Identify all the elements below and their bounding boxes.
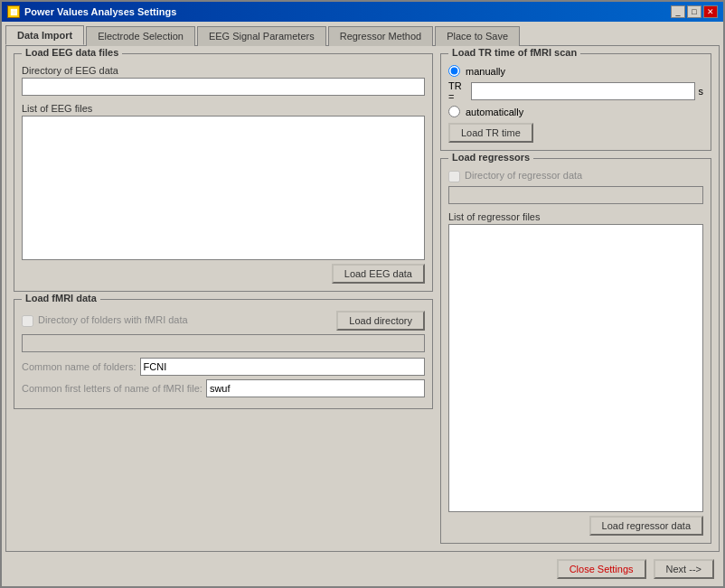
tab-eeg-signal-parameters[interactable]: EEG Signal Parameters xyxy=(197,26,326,46)
file-prefix-input[interactable] xyxy=(206,379,425,397)
regressor-group: Load regressors Directory of regressor d… xyxy=(440,158,711,544)
tr-value-input[interactable] xyxy=(471,82,694,100)
next-button[interactable]: Next --> xyxy=(654,559,714,579)
eeg-group: Load EEG data files Directory of EEG dat… xyxy=(14,53,433,292)
reg-dir-input[interactable] xyxy=(448,186,703,204)
title-bar-buttons: _ □ ✕ xyxy=(671,5,718,18)
dir-label: Directory of EEG data xyxy=(22,65,425,76)
eeg-file-list xyxy=(22,116,425,260)
list-label: List of EEG files xyxy=(22,103,425,114)
tr-value-row: TR = s xyxy=(448,80,703,102)
load-dir-button[interactable]: Load directory xyxy=(336,311,425,331)
regressor-group-content: Directory of regressor data List of regr… xyxy=(448,170,703,536)
file-prefix-label: Common first letters of name of fMRI fil… xyxy=(22,383,202,394)
tab-regressor-method[interactable]: Regressor Method xyxy=(328,26,434,46)
reg-dir-checkbox-item: Directory of regressor data xyxy=(448,170,703,182)
fmri-dir-input[interactable] xyxy=(22,334,425,352)
bottom-bar: Close Settings Next --> xyxy=(2,552,723,586)
minimize-button[interactable]: _ xyxy=(671,5,685,18)
tr-manually-item: manually xyxy=(448,65,703,77)
tr-group: Load TR time of fMRI scan manually TR = … xyxy=(440,53,711,151)
reg-dir-checkbox[interactable] xyxy=(448,171,460,182)
fmri-dir-checkbox-label: Directory of folders with fMRI data xyxy=(38,314,188,325)
file-prefix-row: Common first letters of name of fMRI fil… xyxy=(22,379,425,397)
tr-radio-group: manually xyxy=(448,65,703,77)
title-bar: ▦ Power Values Analyses Settings _ □ ✕ xyxy=(2,2,723,22)
fmri-dir-checkbox-item: Directory of folders with fMRI data xyxy=(22,314,188,327)
fmri-group-title: Load fMRI data xyxy=(22,293,100,303)
tab-electrode-selection[interactable]: Electrode Selection xyxy=(86,26,195,46)
fmri-dir-checkbox[interactable] xyxy=(22,315,33,327)
load-reg-btn-row: Load regressor data xyxy=(448,516,703,536)
tab-data-import[interactable]: Data Import xyxy=(5,25,84,45)
load-eeg-btn-row: Load EEG data xyxy=(22,264,425,284)
left-panel: Load EEG data files Directory of EEG dat… xyxy=(14,53,433,544)
tr-group-content: manually TR = s automatically Load TR ti… xyxy=(448,65,703,143)
title-bar-text: ▦ Power Values Analyses Settings xyxy=(7,5,176,18)
maximize-button[interactable]: □ xyxy=(687,5,701,18)
tr-manually-label: manually xyxy=(466,66,505,77)
regressor-group-title: Load regressors xyxy=(448,152,533,163)
right-panel: Load TR time of fMRI scan manually TR = … xyxy=(440,53,711,544)
load-regressor-button[interactable]: Load regressor data xyxy=(589,516,703,536)
reg-file-list xyxy=(448,224,703,512)
tr-auto-label: automatically xyxy=(466,107,523,117)
eeg-group-content: Directory of EEG data List of EEG files … xyxy=(22,65,425,284)
close-settings-button[interactable]: Close Settings xyxy=(557,559,646,579)
tab-place-to-save[interactable]: Place to Save xyxy=(435,26,520,46)
main-content: Load EEG data files Directory of EEG dat… xyxy=(5,45,720,552)
tab-bar: Data Import Electrode Selection EEG Sign… xyxy=(2,22,723,45)
load-tr-button[interactable]: Load TR time xyxy=(448,123,533,143)
tr-auto-item: automatically xyxy=(448,106,703,117)
tr-unit: s xyxy=(699,86,704,97)
folder-name-row: Common name of folders: xyxy=(22,358,425,376)
folder-name-label: Common name of folders: xyxy=(22,361,137,372)
fmri-group-content: Directory of folders with fMRI data Load… xyxy=(22,311,425,397)
reg-list-label: List of regressor files xyxy=(448,211,703,222)
window-close-button[interactable]: ✕ xyxy=(703,5,718,18)
tr-auto-radio[interactable] xyxy=(448,106,460,117)
fmri-group: Load fMRI data Directory of folders with… xyxy=(14,299,433,409)
eeg-group-title: Load EEG data files xyxy=(22,47,122,58)
bottom-left-spacer xyxy=(11,559,557,579)
reg-dir-label: Directory of regressor data xyxy=(465,170,582,181)
tr-label: TR = xyxy=(448,80,467,102)
fmri-dir-row: Directory of folders with fMRI data Load… xyxy=(22,311,425,331)
main-window: ▦ Power Values Analyses Settings _ □ ✕ D… xyxy=(0,0,725,588)
tr-manually-radio[interactable] xyxy=(448,65,460,77)
app-icon: ▦ xyxy=(7,5,20,18)
load-eeg-button[interactable]: Load EEG data xyxy=(332,264,425,284)
tr-group-title: Load TR time of fMRI scan xyxy=(448,47,580,58)
eeg-dir-input[interactable] xyxy=(22,78,425,96)
folder-name-input[interactable] xyxy=(140,358,425,376)
